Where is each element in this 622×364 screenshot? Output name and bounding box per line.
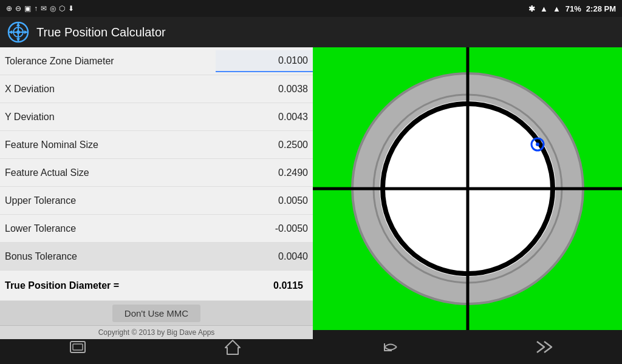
field-input-4[interactable] <box>216 163 313 183</box>
email-icon: ✉ <box>41 4 47 13</box>
true-position-label: True Position Diameter = <box>5 280 273 291</box>
shield-icon: ⬡ <box>59 4 65 13</box>
field-row-7: Bonus Tolerance0.0040 <box>0 243 313 271</box>
signal-icon: ▲ <box>553 4 561 13</box>
field-label-0: Tolerance Zone Diameter <box>0 51 216 72</box>
field-input-6[interactable] <box>216 218 313 239</box>
field-row-3: Feature Nominal Size <box>0 131 313 159</box>
field-value-7: 0.0040 <box>216 246 313 267</box>
field-label-4: Feature Actual Size <box>0 163 216 183</box>
field-label-3: Feature Nominal Size <box>0 135 216 155</box>
menu-button[interactable] <box>524 335 565 359</box>
screenshot-icon: ▣ <box>24 4 31 13</box>
svg-marker-20 <box>225 340 240 354</box>
field-row-5: Upper Tolerance <box>0 187 313 215</box>
recent-apps-button[interactable] <box>57 335 98 359</box>
svg-point-17 <box>536 143 539 146</box>
target-icon: ◎ <box>50 4 56 13</box>
svg-rect-19 <box>73 344 83 350</box>
title-bar: True Position Calculator <box>0 17 622 47</box>
app-title: True Position Calculator <box>36 25 166 39</box>
crosshair-visualization <box>313 47 622 330</box>
field-label-5: Upper Tolerance <box>0 190 216 211</box>
copyright-bar: Copyright © 2013 by Big Dave Apps <box>0 325 313 339</box>
status-left-icons: ⊕ ⊖ ▣ ↑ ✉ ◎ ⬡ ⬇ <box>6 4 74 13</box>
back-button[interactable] <box>367 335 410 359</box>
app-icon <box>7 21 29 43</box>
field-input-0[interactable] <box>216 50 313 72</box>
true-position-row: True Position Diameter = 0.0115 <box>0 271 313 301</box>
usb-icon: ⊕ <box>6 4 12 13</box>
field-input-5[interactable] <box>216 190 313 211</box>
back-icon <box>380 340 398 354</box>
svg-point-4 <box>16 30 20 34</box>
battery-percent: 71% <box>566 4 581 13</box>
mmc-row: Don't Use MMC <box>0 301 313 325</box>
home-icon <box>224 339 241 355</box>
true-position-value: 0.0115 <box>273 280 308 291</box>
time-display: 2:28 PM <box>586 4 616 13</box>
field-input-2[interactable] <box>216 107 313 127</box>
visualization-panel <box>313 47 622 330</box>
field-row-6: Lower Tolerance <box>0 215 313 243</box>
status-bar: ⊕ ⊖ ▣ ↑ ✉ ◎ ⬡ ⬇ ✱ ▲ ▲ 71% 2:28 PM <box>0 0 622 17</box>
left-panel: Tolerance Zone DiameterX DeviationY Devi… <box>0 47 313 330</box>
upload-icon: ↑ <box>34 4 38 13</box>
field-row-2: Y Deviation <box>0 103 313 131</box>
recent-apps-icon <box>69 340 86 354</box>
download-icon: ⬇ <box>68 4 74 13</box>
field-input-1[interactable] <box>216 79 313 99</box>
field-row-1: X Deviation <box>0 75 313 103</box>
field-row-4: Feature Actual Size <box>0 159 313 187</box>
field-label-2: Y Deviation <box>0 107 216 127</box>
main-content: Tolerance Zone DiameterX DeviationY Devi… <box>0 47 622 330</box>
bluetooth-icon: ✱ <box>528 4 535 13</box>
field-label-6: Lower Tolerance <box>0 218 216 239</box>
status-right-icons: ✱ ▲ ▲ 71% 2:28 PM <box>528 4 616 13</box>
menu-icon <box>536 340 553 354</box>
copyright-text: Copyright © 2013 by Big Dave Apps <box>98 328 215 337</box>
field-row-0: Tolerance Zone Diameter <box>0 47 313 75</box>
field-label-7: Bonus Tolerance <box>0 246 216 267</box>
field-input-3[interactable] <box>216 135 313 155</box>
field-label-1: X Deviation <box>0 79 216 99</box>
mmc-button[interactable]: Don't Use MMC <box>112 305 200 322</box>
sync-icon: ⊖ <box>15 4 21 13</box>
home-button[interactable] <box>212 334 253 360</box>
wifi-icon: ▲ <box>540 4 548 13</box>
